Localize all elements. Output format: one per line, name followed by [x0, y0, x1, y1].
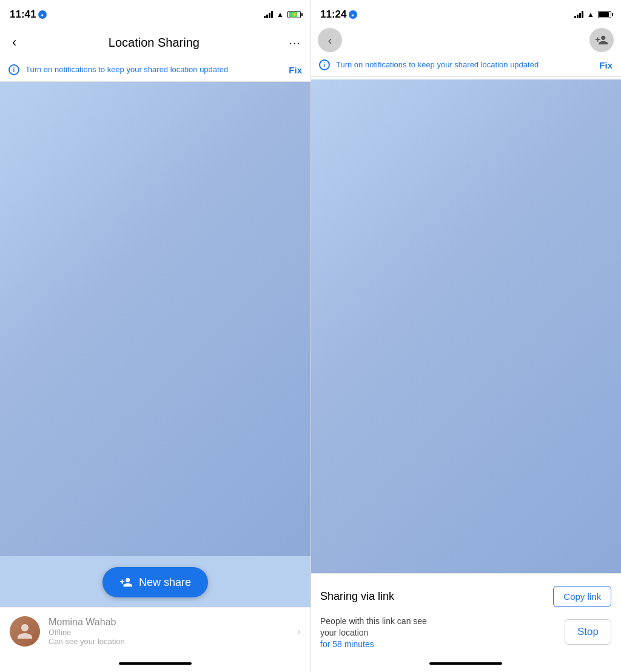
contact-info: Momina Wahab Offline Can see your locati…	[49, 617, 289, 646]
new-share-button[interactable]: New share	[102, 567, 208, 597]
home-bar-left	[119, 662, 192, 665]
map-area-right	[310, 79, 621, 573]
share-desc-line1: People with this link can see your locat…	[320, 616, 557, 639]
time-right: 11:24	[320, 8, 346, 21]
status-icons-left: ▲ ⚡	[264, 10, 301, 19]
battery-fill-right	[599, 12, 609, 17]
home-indicator-right	[310, 655, 621, 672]
notification-text-left: Turn on notifications to keep your share…	[25, 65, 283, 75]
back-button-right[interactable]: ‹	[318, 28, 342, 52]
notification-bar-left: i Turn on notifications to keep your sha…	[0, 58, 310, 82]
add-person-button-right[interactable]	[589, 28, 614, 52]
wifi-icon-left: ▲	[277, 10, 284, 19]
home-bar-right	[429, 662, 502, 665]
home-indicator-left	[0, 655, 310, 672]
back-button-left[interactable]: ‹	[10, 32, 19, 53]
info-icon-left: i	[8, 64, 19, 75]
share-panel: Sharing via link Copy link People with t…	[310, 573, 621, 655]
map-area-left	[0, 82, 310, 556]
notification-text-right: Turn on notifications to keep your share…	[336, 60, 593, 70]
map-overlay-left	[0, 82, 310, 556]
new-share-area: New share	[0, 556, 310, 607]
sharing-title: Sharing via link	[320, 590, 394, 603]
status-bar-left: 11:41 ▲ ⚡	[0, 0, 310, 27]
add-person-icon	[119, 576, 133, 589]
status-time-left: 11:41	[10, 8, 47, 21]
panel-divider	[310, 0, 311, 672]
time-left: 11:41	[10, 8, 36, 21]
contact-status: Offline	[49, 628, 289, 637]
nav-bar-left: ‹ Location Sharing ···	[0, 27, 310, 58]
contact-row[interactable]: Momina Wahab Offline Can see your locati…	[0, 607, 310, 655]
wifi-icon-right: ▲	[587, 10, 594, 19]
contact-detail: Can see your location	[49, 637, 289, 646]
map-overlay-right	[310, 79, 621, 573]
new-share-label: New share	[139, 576, 191, 589]
more-button-left[interactable]: ···	[289, 36, 301, 50]
location-icon-right	[349, 10, 357, 19]
left-panel: 11:41 ▲ ⚡ ‹ Location Sharing ··· i Turn …	[0, 0, 310, 672]
battery-icon-left: ⚡	[287, 11, 301, 18]
status-time-right: 11:24	[320, 8, 357, 21]
status-bar-right: 11:24 ▲	[310, 0, 621, 27]
avatar	[10, 616, 40, 647]
battery-icon-right	[598, 11, 611, 18]
contact-name: Momina Wahab	[49, 617, 289, 628]
share-panel-header: Sharing via link Copy link	[320, 586, 611, 607]
notification-bar-right: i Turn on notifications to keep your sha…	[310, 53, 621, 77]
battery-bolt-left: ⚡	[291, 12, 298, 18]
nav-title-left: Location Sharing	[109, 36, 200, 50]
location-icon-left	[38, 10, 47, 19]
status-icons-right: ▲	[574, 10, 611, 19]
map-header-right: ‹	[310, 27, 621, 53]
signal-icon-right	[574, 11, 583, 18]
chevron-right-icon: ›	[297, 625, 301, 638]
copy-link-button[interactable]: Copy link	[553, 586, 611, 607]
stop-button[interactable]: Stop	[565, 619, 611, 645]
info-icon-right: i	[319, 59, 330, 70]
share-description: People with this link can see your locat…	[320, 616, 557, 649]
avatar-image	[10, 616, 40, 647]
share-time: for 58 minutes	[320, 639, 557, 649]
signal-icon-left	[264, 11, 273, 18]
share-panel-body: People with this link can see your locat…	[320, 616, 611, 649]
right-panel: 11:24 ▲ ‹ i Turn on notifications	[310, 0, 621, 672]
fix-button-left[interactable]: Fix	[289, 65, 302, 75]
fix-button-right[interactable]: Fix	[599, 60, 613, 70]
